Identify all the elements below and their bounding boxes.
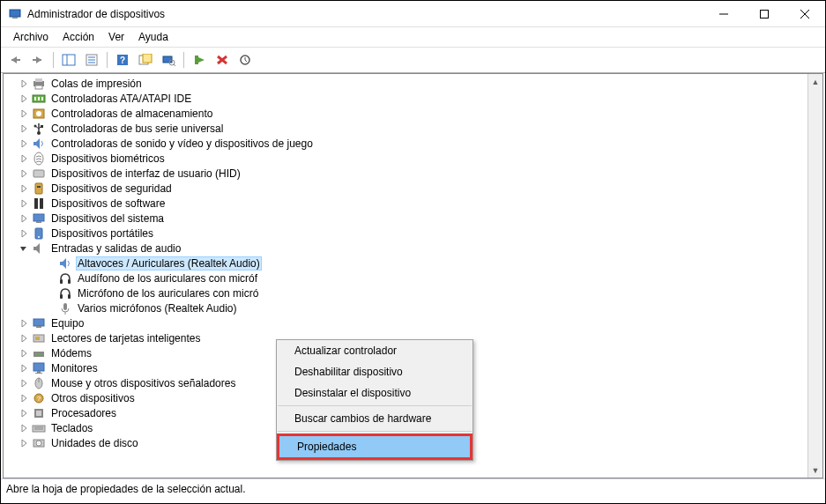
arrow-closed-icon[interactable] (19, 199, 32, 208)
keyboard-icon (32, 421, 46, 435)
context-scan[interactable]: Buscar cambios de hardware (277, 408, 473, 429)
tree-item[interactable]: Varios micrófonos (Realtek Audio) (4, 300, 822, 315)
toolbar-sep (107, 52, 108, 68)
arrow-closed-icon[interactable] (19, 184, 32, 193)
tree-item-label: Equipo (49, 316, 86, 330)
svg-rect-72 (36, 411, 41, 416)
context-properties[interactable]: Propiedades (279, 436, 470, 457)
toolbar-sep (53, 52, 54, 68)
tree-item[interactable]: Controladoras de almacenamiento (4, 106, 822, 121)
scrollbar-vertical[interactable]: ▲ ▼ (807, 74, 822, 478)
tree-item-label: Dispositivos de software (49, 196, 167, 211)
tree-item-label: Controladoras de almacenamiento (49, 107, 214, 121)
properties-button[interactable] (81, 50, 102, 70)
tree-item-label: Mouse y otros dispositivos señaladores (49, 376, 237, 390)
show-hide-button[interactable] (58, 50, 79, 70)
update-button[interactable] (234, 50, 256, 70)
arrow-closed-icon[interactable] (19, 394, 32, 403)
arrow-closed-icon[interactable] (19, 169, 32, 178)
arrow-closed-icon[interactable] (19, 109, 32, 118)
tree-item-label: Controladoras ATA/ATAPI IDE (49, 92, 193, 106)
minimize-button[interactable] (703, 1, 744, 27)
menubar: Archivo Acción Ver Ayuda (1, 27, 825, 48)
menu-ver[interactable]: Ver (101, 29, 131, 45)
action-button[interactable] (135, 50, 156, 70)
arrow-closed-icon[interactable] (19, 79, 32, 88)
tree-item[interactable]: Colas de impresión (4, 76, 822, 91)
svg-rect-52 (60, 294, 63, 299)
context-disable[interactable]: Deshabilitar dispositivo (277, 361, 473, 382)
svg-line-20 (174, 64, 175, 66)
tree-item-label: Entradas y salidas de audio (49, 241, 182, 256)
arrow-closed-icon[interactable] (19, 349, 32, 358)
scroll-up-icon[interactable]: ▲ (808, 74, 822, 89)
window-title: Administrador de dispositivos (27, 8, 703, 20)
tree-item[interactable]: Entradas y salidas de audio (4, 241, 822, 256)
svg-rect-31 (41, 97, 43, 100)
tree-item[interactable]: Controladoras de sonido y vídeo y dispos… (4, 136, 822, 151)
arrow-closed-icon[interactable] (19, 94, 32, 103)
svg-rect-54 (63, 303, 67, 310)
arrow-closed-icon[interactable] (19, 334, 32, 343)
svg-rect-66 (35, 373, 42, 374)
svg-point-33 (36, 111, 41, 116)
tree-item-label: Lectores de tarjetas inteligentes (49, 331, 202, 345)
tree-item[interactable]: Dispositivos del sistema (4, 211, 822, 226)
arrow-closed-icon[interactable] (19, 319, 32, 328)
tree-item[interactable]: Audífono de los auriculares con micróf (4, 271, 822, 285)
menu-accion[interactable]: Acción (56, 29, 101, 45)
svg-rect-30 (38, 97, 40, 100)
forward-button[interactable] (27, 50, 48, 70)
context-menu: Actualizar controlador Deshabilitar disp… (276, 339, 473, 461)
svg-rect-56 (33, 319, 44, 326)
arrow-closed-icon[interactable] (19, 124, 32, 133)
monitor-icon (32, 361, 46, 375)
tree-item[interactable]: Dispositivos de seguridad (4, 181, 822, 196)
arrow-closed-icon[interactable] (19, 154, 32, 163)
tree-item[interactable]: Dispositivos biométricos (4, 151, 822, 166)
arrow-closed-icon[interactable] (19, 409, 32, 418)
close-button[interactable] (785, 1, 825, 27)
svg-text:?: ? (120, 56, 125, 65)
arrow-closed-icon[interactable] (19, 364, 32, 373)
tree-item-label: Colas de impresión (49, 77, 144, 91)
svg-text:?: ? (37, 395, 41, 403)
arrow-closed-icon[interactable] (19, 379, 32, 388)
svg-rect-65 (37, 371, 41, 373)
back-button[interactable] (4, 50, 26, 70)
svg-point-63 (41, 353, 42, 355)
svg-rect-1 (12, 17, 18, 19)
tree-item-label: Varios micrófonos (Realtek Audio) (76, 301, 239, 315)
maximize-button[interactable] (744, 1, 785, 27)
arrow-closed-icon[interactable] (19, 214, 32, 223)
arrow-open-icon[interactable] (19, 244, 32, 253)
sound-icon (32, 137, 46, 151)
arrow-closed-icon[interactable] (19, 439, 32, 448)
tree-item[interactable]: Controladoras ATA/ATAPI IDE (4, 91, 822, 106)
tree-item[interactable]: Micrófono de los auriculares con micró (4, 285, 822, 300)
arrow-closed-icon[interactable] (19, 229, 32, 238)
annotation-highlight: Propiedades (277, 434, 473, 460)
scroll-down-icon[interactable]: ▼ (808, 463, 822, 478)
tree-item[interactable]: Equipo (4, 315, 822, 330)
tree-item[interactable]: Controladoras de bus serie universal (4, 121, 822, 136)
context-update[interactable]: Actualizar controlador (277, 340, 473, 361)
menu-ayuda[interactable]: Ayuda (131, 29, 175, 45)
uninstall-button[interactable] (212, 50, 233, 70)
help-button[interactable]: ? (112, 50, 133, 70)
arrow-closed-icon[interactable] (19, 424, 32, 433)
arrow-closed-icon[interactable] (19, 139, 32, 148)
svg-point-61 (35, 353, 37, 355)
scan-button[interactable] (158, 50, 179, 70)
tree-item[interactable]: Altavoces / Auriculares (Realtek Audio) (4, 256, 822, 271)
software-icon (32, 196, 46, 211)
context-uninstall[interactable]: Desinstalar el dispositivo (277, 382, 473, 404)
tree-item[interactable]: Dispositivos de interfaz de usuario (HID… (4, 166, 822, 181)
tree-item-label: Otros dispositivos (49, 391, 137, 405)
titlebar: Administrador de dispositivos (1, 1, 825, 27)
tree-item[interactable]: Dispositivos de software (4, 196, 822, 211)
tree-item[interactable]: Dispositivos portátiles (4, 226, 822, 241)
statusbar: Abre la hoja de propiedades de la selecc… (1, 478, 825, 498)
menu-archivo[interactable]: Archivo (6, 29, 56, 45)
enable-button[interactable] (189, 50, 210, 70)
